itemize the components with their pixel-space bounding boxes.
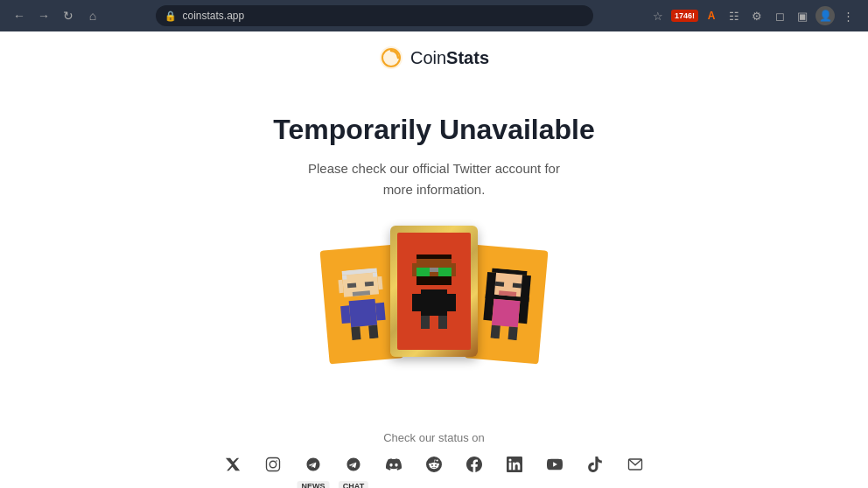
back-button[interactable]: ← [10, 7, 28, 24]
page-title: Temporarily Unavailable [273, 114, 595, 146]
extension-icon-2[interactable]: A [702, 6, 721, 25]
telegram-news-icon[interactable]: NEWS [302, 453, 325, 476]
svg-rect-29 [438, 316, 447, 329]
svg-rect-13 [340, 305, 351, 324]
pixel-art-center [408, 254, 460, 329]
chat-label: CHAT [339, 481, 368, 488]
footer: Check our status on [221, 431, 647, 488]
home-button[interactable]: ⌂ [84, 7, 102, 24]
pixel-character-center-frame [390, 226, 478, 357]
svg-rect-38 [491, 299, 520, 328]
pixel-art-left [332, 268, 391, 342]
reddit-icon[interactable] [423, 453, 445, 476]
youtube-icon[interactable] [543, 453, 566, 476]
extension-icon-6[interactable]: ▣ [793, 6, 812, 25]
twitter-icon[interactable] [221, 453, 244, 476]
linkedin-icon[interactable] [503, 453, 526, 476]
svg-rect-10 [342, 275, 346, 279]
svg-rect-24 [416, 276, 452, 285]
social-icons: NEWS CHAT [221, 453, 647, 476]
url-text: coinstats.app [182, 10, 244, 22]
svg-rect-39 [490, 325, 500, 339]
svg-rect-12 [348, 299, 377, 328]
svg-rect-15 [351, 326, 360, 340]
menu-icon[interactable]: ⋮ [838, 6, 858, 25]
svg-rect-14 [374, 303, 385, 321]
refresh-button[interactable]: ↻ [60, 7, 77, 24]
svg-rect-28 [421, 316, 430, 329]
extension-icon-5[interactable]: ◻ [770, 6, 789, 25]
svg-rect-23 [430, 268, 438, 272]
svg-rect-11 [372, 272, 376, 276]
instagram-icon[interactable] [262, 453, 284, 476]
svg-rect-16 [368, 325, 378, 339]
svg-rect-21 [416, 268, 430, 276]
browser-right-icons: ☆ 1746! A ☷ ⚙ ◻ ▣ 👤 ⋮ [648, 6, 858, 25]
svg-rect-34 [512, 283, 521, 289]
gold-frame [390, 226, 478, 357]
svg-rect-7 [364, 282, 373, 287]
svg-rect-40 [508, 326, 517, 340]
extension-icon-4[interactable]: ⚙ [747, 6, 766, 25]
svg-point-43 [276, 460, 277, 462]
svg-rect-26 [412, 294, 421, 311]
svg-rect-27 [447, 294, 456, 311]
news-label: NEWS [298, 481, 330, 488]
svg-rect-33 [494, 282, 503, 287]
facebook-icon[interactable] [463, 453, 486, 476]
page-subtitle: Please check our official Twitter accoun… [308, 158, 560, 200]
account-icon[interactable]: 👤 [816, 6, 835, 25]
lock-icon: 🔒 [164, 10, 177, 22]
illustration [320, 221, 548, 361]
svg-rect-41 [267, 458, 280, 471]
pixel-art-right [477, 268, 536, 342]
bookmark-icon[interactable]: ☆ [648, 6, 668, 25]
email-icon[interactable] [624, 453, 647, 476]
tiktok-icon[interactable] [584, 453, 606, 476]
main-content: Temporarily Unavailable Please check our… [256, 61, 612, 431]
extension-counter-badge[interactable]: 1746! [671, 10, 698, 22]
svg-point-42 [270, 461, 276, 468]
svg-rect-17 [416, 254, 452, 259]
svg-rect-6 [346, 283, 355, 289]
browser-chrome: ← → ↻ ⌂ 🔒 coinstats.app ☆ 1746! A ☷ ⚙ ◻ … [0, 0, 868, 31]
svg-rect-20 [452, 263, 456, 276]
frame-inner [397, 233, 471, 350]
svg-rect-19 [412, 263, 416, 276]
forward-button[interactable]: → [35, 7, 52, 24]
address-bar[interactable]: 🔒 coinstats.app [156, 5, 593, 26]
page-content: CoinStats Temporarily Unavailable Please… [0, 31, 868, 488]
extension-icon-3[interactable]: ☷ [724, 6, 744, 25]
svg-rect-25 [421, 289, 447, 316]
telegram-chat-icon[interactable]: CHAT [342, 453, 365, 476]
svg-rect-22 [438, 268, 452, 276]
footer-status-text: Check our status on [383, 431, 485, 444]
discord-icon[interactable] [382, 453, 405, 476]
